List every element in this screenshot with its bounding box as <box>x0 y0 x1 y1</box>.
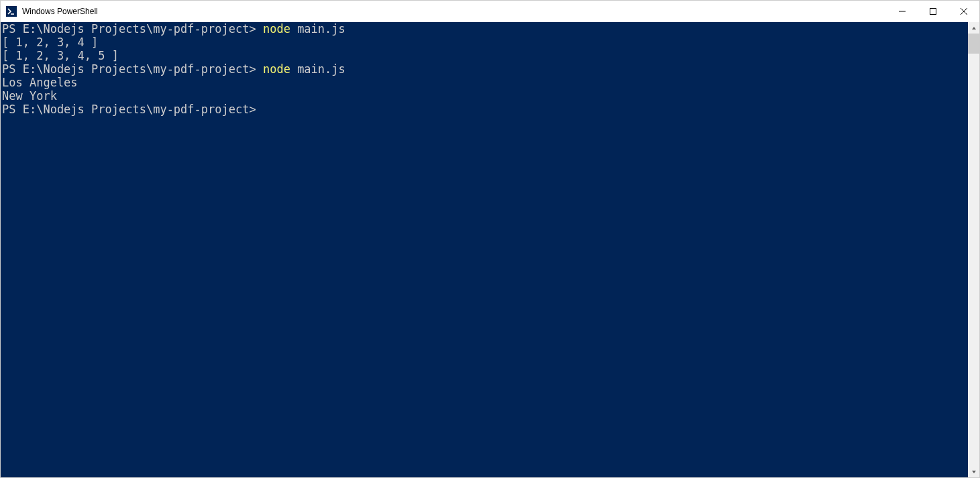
maximize-icon <box>930 8 936 15</box>
titlebar-left: Windows PowerShell <box>6 6 98 17</box>
close-icon <box>961 8 967 15</box>
vertical-scrollbar[interactable] <box>968 22 979 477</box>
command-args: main.js <box>290 62 345 76</box>
scrollbar-thumb[interactable] <box>968 34 979 54</box>
terminal-wrapper: PS E:\Nodejs Projects\my-pdf-project> no… <box>1 22 979 477</box>
svg-rect-3 <box>930 9 936 15</box>
command: node <box>263 22 290 36</box>
scrollbar-up-arrow[interactable] <box>968 22 979 34</box>
command: node <box>263 62 290 76</box>
window-title: Windows PowerShell <box>22 7 98 16</box>
prompt-text: PS E:\Nodejs Projects\my-pdf-project> <box>2 62 263 76</box>
terminal-output[interactable]: PS E:\Nodejs Projects\my-pdf-project> no… <box>1 22 968 477</box>
prompt-line: PS E:\Nodejs Projects\my-pdf-project> no… <box>2 62 967 76</box>
titlebar[interactable]: Windows PowerShell <box>1 1 979 22</box>
prompt-line: PS E:\Nodejs Projects\my-pdf-project> <box>2 103 967 116</box>
scrollbar-down-arrow[interactable] <box>968 466 979 477</box>
maximize-button[interactable] <box>918 1 948 22</box>
svg-marker-6 <box>972 27 976 29</box>
powershell-window: Windows PowerShell PS E:\Nodejs Projects… <box>0 0 980 478</box>
titlebar-buttons <box>887 1 979 22</box>
prompt-text: PS E:\Nodejs Projects\my-pdf-project> <box>2 22 263 36</box>
close-button[interactable] <box>948 1 979 22</box>
minimize-icon <box>899 8 906 15</box>
prompt-text: PS E:\Nodejs Projects\my-pdf-project> <box>2 103 263 116</box>
minimize-button[interactable] <box>887 1 918 22</box>
output-line: [ 1, 2, 3, 4, 5 ] <box>2 49 967 62</box>
powershell-icon <box>6 6 17 17</box>
output-line: [ 1, 2, 3, 4 ] <box>2 36 967 49</box>
command-args: main.js <box>290 22 345 36</box>
output-line: New York <box>2 89 967 103</box>
output-line: Los Angeles <box>2 76 967 89</box>
svg-marker-7 <box>972 471 976 473</box>
prompt-line: PS E:\Nodejs Projects\my-pdf-project> no… <box>2 22 967 36</box>
